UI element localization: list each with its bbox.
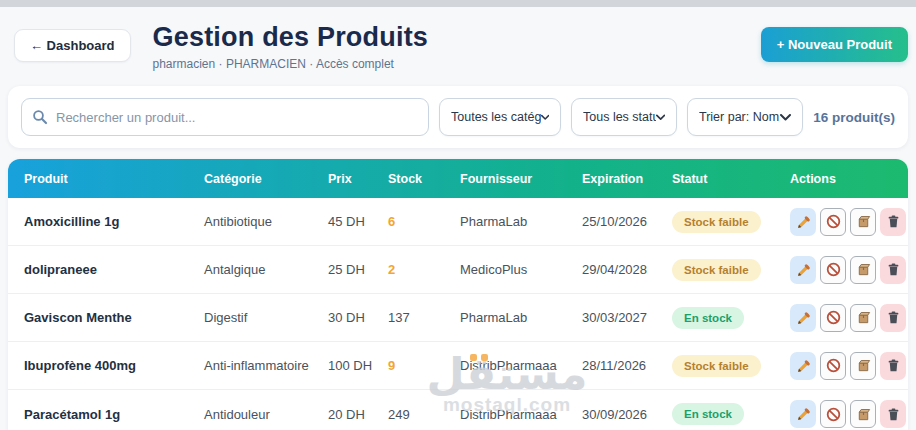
status-select-value: Tous les statuts [583, 110, 656, 124]
status-select[interactable]: Tous les statuts [571, 98, 677, 136]
search-icon [32, 109, 48, 125]
delete-button[interactable] [880, 352, 906, 380]
status-badge: Stock faible [672, 355, 761, 377]
delete-button[interactable] [880, 304, 906, 332]
row-actions [790, 208, 906, 236]
product-price: 100 DH [328, 358, 388, 373]
back-to-dashboard-button[interactable]: ← Dashboard [14, 29, 131, 62]
product-supplier: PharmaLab [460, 310, 582, 325]
chevron-down-icon [656, 114, 665, 121]
column-header: Prix [328, 172, 388, 186]
edit-button[interactable] [790, 208, 816, 236]
trash-icon [886, 262, 901, 277]
disable-button[interactable] [820, 256, 846, 284]
trash-icon [886, 214, 901, 229]
pencil-icon [795, 406, 811, 422]
stock-button[interactable] [850, 400, 876, 428]
chevron-down-icon [780, 114, 791, 121]
table-row: Ibuprofène 400mg Anti-inflammatoire 100 … [8, 342, 908, 390]
status-badge: Stock faible [672, 211, 761, 233]
pencil-icon [795, 310, 811, 326]
column-header: Produit [24, 172, 204, 186]
column-header: Actions [790, 172, 902, 186]
window-top-strip [0, 0, 916, 7]
product-supplier: MedicoPlus [460, 262, 582, 277]
trash-icon [886, 358, 901, 373]
stock-button[interactable] [850, 256, 876, 284]
status-badge: En stock [672, 403, 744, 425]
delete-button[interactable] [880, 400, 906, 428]
product-category: Anti-inflammatoire [204, 358, 328, 373]
stock-button[interactable] [850, 208, 876, 236]
product-name: Ibuprofène 400mg [24, 358, 204, 373]
search-field-wrapper [21, 98, 429, 136]
pencil-icon [795, 358, 811, 374]
pencil-icon [795, 262, 811, 278]
table-row: dolipraneee Antalgique 25 DH 2 MedicoPlu… [8, 246, 908, 294]
stock-value: 249 [388, 407, 460, 422]
pencil-icon [795, 214, 811, 230]
product-price: 20 DH [328, 407, 388, 422]
sort-select-value: Trier par: Nom [699, 110, 779, 124]
product-supplier: DistribPharmaaa [460, 407, 582, 422]
product-name: Amoxicilline 1g [24, 214, 204, 229]
edit-button[interactable] [790, 400, 816, 428]
product-category: Digestif [204, 310, 328, 325]
column-header: Expiration [582, 172, 672, 186]
title-block: Gestion des Produits pharmacien · PHARMA… [153, 22, 429, 71]
chevron-down-icon [541, 114, 549, 121]
table-row: Gaviscon Menthe Digestif 30 DH 137 Pharm… [8, 294, 908, 342]
trash-icon [886, 407, 901, 422]
delete-button[interactable] [880, 256, 906, 284]
product-expiration: 30/09/2026 [582, 407, 672, 422]
new-product-button[interactable]: + Nouveau Produit [761, 27, 908, 62]
product-count: 16 produit(s) [813, 110, 895, 125]
package-icon [856, 262, 871, 277]
product-price: 45 DH [328, 214, 388, 229]
ban-icon [826, 310, 841, 325]
delete-button[interactable] [880, 208, 906, 236]
ban-icon [826, 214, 841, 229]
stock-button[interactable] [850, 304, 876, 332]
disable-button[interactable] [820, 208, 846, 236]
column-header: Stock [388, 172, 460, 186]
category-select[interactable]: Toutes les catégories [439, 98, 561, 136]
edit-button[interactable] [790, 352, 816, 380]
row-actions [790, 352, 906, 380]
product-price: 30 DH [328, 310, 388, 325]
search-input[interactable] [21, 98, 429, 136]
product-name: dolipraneee [24, 262, 204, 277]
table-header: ProduitCatégoriePrixStockFournisseurExpi… [8, 159, 908, 198]
stock-button[interactable] [850, 352, 876, 380]
stock-value: 2 [388, 262, 460, 277]
disable-button[interactable] [820, 352, 846, 380]
table-row: Paracétamol 1g Antidouleur 20 DH 249 Dis… [8, 390, 908, 430]
package-icon [856, 310, 871, 325]
status-badge: Stock faible [672, 259, 761, 281]
column-header: Statut [672, 172, 790, 186]
package-icon [856, 214, 871, 229]
product-name: Paracétamol 1g [24, 407, 204, 422]
page-title: Gestion des Produits [153, 22, 429, 53]
row-actions [790, 304, 906, 332]
disable-button[interactable] [820, 400, 846, 428]
package-icon [856, 407, 871, 422]
product-name: Gaviscon Menthe [24, 310, 204, 325]
trash-icon [886, 310, 901, 325]
disable-button[interactable] [820, 304, 846, 332]
stock-value: 9 [388, 358, 460, 373]
edit-button[interactable] [790, 304, 816, 332]
category-select-value: Toutes les catégories [451, 110, 541, 124]
column-header: Fournisseur [460, 172, 582, 186]
status-badge: En stock [672, 307, 744, 329]
table-row: Amoxicilline 1g Antibiotique 45 DH 6 Pha… [8, 198, 908, 246]
product-expiration: 25/10/2026 [582, 214, 672, 229]
package-icon [856, 358, 871, 373]
filter-bar: Toutes les catégories Tous les statuts T… [8, 86, 908, 148]
edit-button[interactable] [790, 256, 816, 284]
product-category: Antalgique [204, 262, 328, 277]
sort-select[interactable]: Trier par: Nom [687, 98, 803, 136]
ban-icon [826, 262, 841, 277]
product-expiration: 30/03/2027 [582, 310, 672, 325]
page-header: ← Dashboard Gestion des Produits pharmac… [0, 7, 916, 80]
